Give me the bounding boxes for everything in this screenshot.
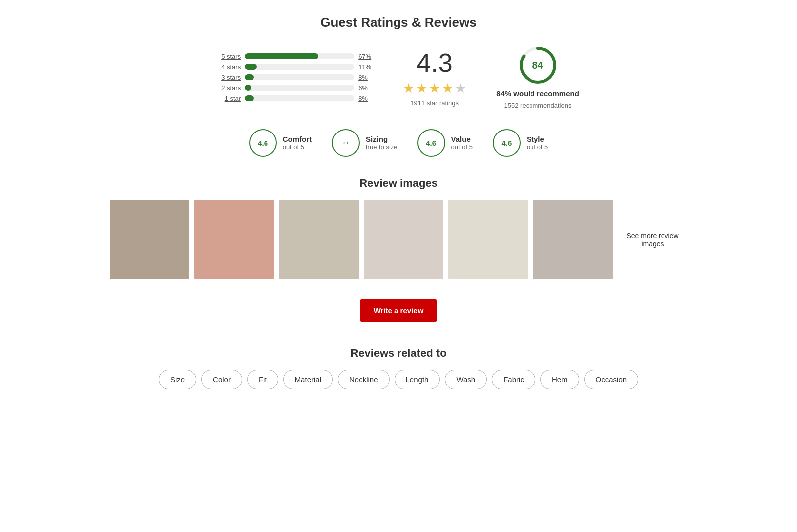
star-bar-label[interactable]: 3 stars <box>218 74 241 81</box>
review-images-section: Review images See more review images <box>10 177 787 279</box>
see-more-label: See more review images <box>623 232 682 248</box>
star-bar-fill <box>245 53 318 59</box>
attr-sub-comfort: out of 5 <box>283 143 312 151</box>
related-tag-material[interactable]: Material <box>283 370 333 389</box>
related-tag-size[interactable]: Size <box>159 370 196 389</box>
star-bar-pct[interactable]: 11% <box>358 63 373 71</box>
see-more-images-button[interactable]: See more review images <box>618 200 687 279</box>
related-tag-occasion[interactable]: Occasion <box>584 370 639 389</box>
attr-circle-style: 4.6 <box>493 129 521 157</box>
review-image-4[interactable] <box>364 200 443 279</box>
attr-name-value: Value <box>451 135 473 143</box>
related-tag-fit[interactable]: Fit <box>247 370 278 389</box>
sizing-arrow-icon: ↔ <box>341 138 350 148</box>
star-bar-row: 2 stars6% <box>218 84 373 92</box>
related-tag-wash[interactable]: Wash <box>445 370 487 389</box>
review-image-3[interactable] <box>279 200 359 279</box>
review-image-1[interactable] <box>110 200 189 279</box>
related-tags: SizeColorFitMaterialNecklineLengthWashFa… <box>10 370 787 389</box>
star-bar-track <box>245 85 354 91</box>
score-number: 4.3 <box>416 48 452 78</box>
attr-item-value: 4.6Valueout of 5 <box>417 129 473 157</box>
related-reviews-title: Reviews related to <box>10 347 787 360</box>
star-1: ★ <box>403 81 414 96</box>
review-image-5[interactable] <box>448 200 528 279</box>
star-bar-pct[interactable]: 67% <box>358 53 373 60</box>
recommend-pct: 84 <box>532 60 543 71</box>
recommend-circle: 84 <box>518 45 558 85</box>
star-bar-pct[interactable]: 8% <box>358 74 373 81</box>
star-bar-label[interactable]: 1 star <box>218 95 241 102</box>
related-tag-color[interactable]: Color <box>201 370 242 389</box>
star-bar-row: 1 star8% <box>218 95 373 102</box>
related-tag-length[interactable]: Length <box>395 370 440 389</box>
recommend-sub: 1552 recommendations <box>504 102 572 109</box>
attr-item-style: 4.6Styleout of 5 <box>493 129 548 157</box>
attr-name-style: Style <box>527 135 548 143</box>
review-images-grid: See more review images <box>10 200 787 279</box>
star-bar-track <box>245 53 354 59</box>
star-bar-row: 3 stars8% <box>218 74 373 81</box>
star-bar-fill <box>245 95 254 101</box>
star-2: ★ <box>416 81 427 96</box>
star-bar-label[interactable]: 5 stars <box>218 53 241 60</box>
attribute-scores: 4.6Comfortout of 5↔Sizingtrue to size4.6… <box>10 129 787 157</box>
star-bar-row: 4 stars11% <box>218 63 373 71</box>
star-bar-track <box>245 95 354 101</box>
star-bar-row: 5 stars67% <box>218 53 373 60</box>
write-review-wrapper: Write a review <box>10 299 787 322</box>
star-bar-label[interactable]: 2 stars <box>218 84 241 92</box>
review-images-title: Review images <box>10 177 787 190</box>
review-image-2[interactable] <box>194 200 274 279</box>
recommend-label: 84% would recommend <box>496 89 579 98</box>
star-bar-fill <box>245 74 254 80</box>
related-tag-fabric[interactable]: Fabric <box>492 370 535 389</box>
star-bar-pct[interactable]: 8% <box>358 95 373 102</box>
write-review-button[interactable]: Write a review <box>360 299 438 322</box>
related-tag-hem[interactable]: Hem <box>540 370 579 389</box>
star-3: ★ <box>429 81 440 96</box>
attr-name-sizing: Sizing <box>366 135 398 143</box>
star-5-empty: ★ <box>455 81 466 96</box>
star-bar-track <box>245 64 354 70</box>
recommend-section: 84 84% would recommend 1552 recommendati… <box>496 45 579 109</box>
attr-circle-comfort: 4.6 <box>249 129 277 157</box>
attr-name-comfort: Comfort <box>283 135 312 143</box>
attr-circle-sizing: ↔ <box>332 129 360 157</box>
attr-circle-value: 4.6 <box>417 129 445 157</box>
attr-item-sizing: ↔Sizingtrue to size <box>332 129 398 157</box>
page-title: Guest Ratings & Reviews <box>10 15 787 30</box>
star-count-label: 1911 star ratings <box>410 99 459 107</box>
related-tag-neckline[interactable]: Neckline <box>338 370 390 389</box>
star-bar-fill <box>245 64 257 70</box>
star-bar-pct[interactable]: 6% <box>358 84 373 92</box>
stars-display: ★ ★ ★ ★ ★ <box>403 81 466 96</box>
star-bar-label[interactable]: 4 stars <box>218 63 241 71</box>
ratings-summary: 5 stars67%4 stars11%3 stars8%2 stars6%1 … <box>10 45 787 109</box>
star-bars: 5 stars67%4 stars11%3 stars8%2 stars6%1 … <box>218 53 373 102</box>
star-4: ★ <box>442 81 453 96</box>
star-bar-track <box>245 74 354 80</box>
overall-score: 4.3 ★ ★ ★ ★ ★ 1911 star ratings <box>403 48 466 107</box>
related-reviews-section: Reviews related to SizeColorFitMaterialN… <box>10 347 787 389</box>
attr-sub-sizing: true to size <box>366 143 398 151</box>
review-image-6[interactable] <box>533 200 613 279</box>
attr-item-comfort: 4.6Comfortout of 5 <box>249 129 312 157</box>
attr-sub-style: out of 5 <box>527 143 548 151</box>
star-bar-fill <box>245 85 251 91</box>
attr-sub-value: out of 5 <box>451 143 473 151</box>
